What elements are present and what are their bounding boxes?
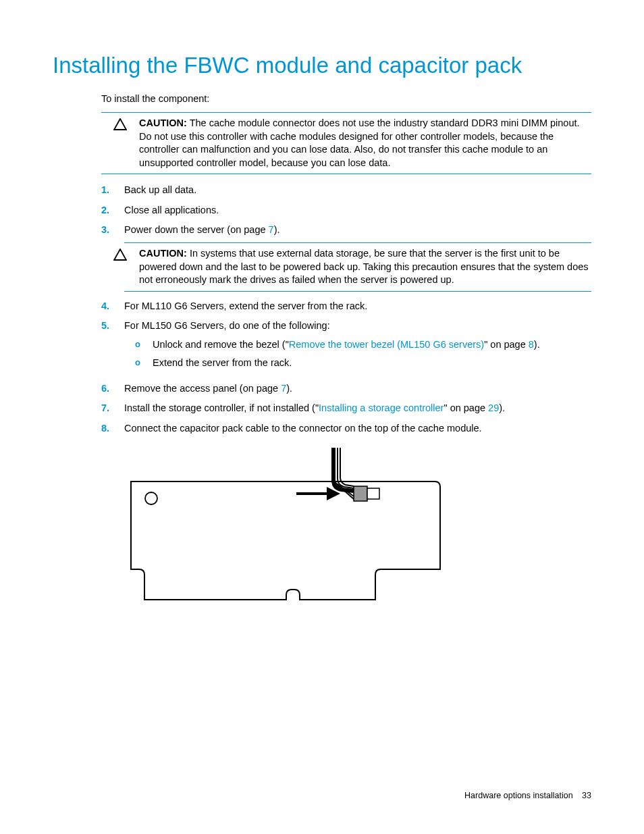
step-number: 5. <box>101 319 124 333</box>
step-number: 4. <box>101 300 124 313</box>
step-text: Connect the capacitor pack cable to the … <box>124 422 591 436</box>
text-fragment: on page <box>487 339 528 350</box>
page-link[interactable]: 29 <box>488 402 499 413</box>
sub-item-text: Extend the server from the rack. <box>153 357 292 370</box>
step-text: Install the storage controller, if not i… <box>124 402 591 415</box>
step-item: 4. For ML110 G6 Servers, extend the serv… <box>101 300 591 313</box>
intro-text: To install the component: <box>101 93 591 104</box>
caution-icon <box>113 249 127 263</box>
text-fragment: on page <box>448 402 488 413</box>
text-fragment: Remove the access panel (on page <box>124 383 281 394</box>
step-number: 2. <box>101 204 124 217</box>
step-item: 7. Install the storage controller, if no… <box>101 402 591 415</box>
step-text-fragment: Power down the server (on page <box>124 224 269 235</box>
page-footer: Hardware options installation 33 <box>464 791 591 800</box>
steps-list-2: 4. For ML110 G6 Servers, extend the serv… <box>101 300 591 436</box>
diagram-figure <box>124 448 591 626</box>
page-link[interactable]: 8 <box>529 339 534 350</box>
page-content: Installing the FBWC module and capacitor… <box>0 0 644 667</box>
step-item: 8. Connect the capacitor pack cable to t… <box>101 422 591 436</box>
svg-point-0 <box>145 492 157 504</box>
text-fragment: ). <box>286 383 292 394</box>
text-fragment: Install the storage controller, if not i… <box>124 402 315 413</box>
step-item: 5. For ML150 G6 Servers, do one of the f… <box>101 319 591 375</box>
caution-box-2: CAUTION: In systems that use external da… <box>124 242 591 292</box>
step-text: For ML150 G6 Servers, do one of the foll… <box>124 319 591 375</box>
text-fragment: ). <box>534 339 540 350</box>
caution-body: The cache module connector does not use … <box>139 118 580 168</box>
cross-ref-link[interactable]: Installing a storage controller <box>319 402 444 413</box>
caution-icon <box>113 118 127 133</box>
step-number: 8. <box>101 422 124 436</box>
sub-bullet: o <box>135 357 153 369</box>
step-item: 6. Remove the access panel (on page 7). <box>101 382 591 396</box>
step-number: 1. <box>101 184 124 197</box>
cache-module-diagram <box>124 448 448 623</box>
caution-body: In systems that use external data storag… <box>139 248 589 285</box>
caution-text: CAUTION: In systems that use external da… <box>139 247 591 287</box>
step-number: 7. <box>101 402 124 415</box>
step-item: 2. Close all applications. <box>101 204 591 217</box>
step-text: Power down the server (on page 7). <box>124 224 591 237</box>
step-item: 3. Power down the server (on page 7). <box>101 224 591 237</box>
step-item: 1. Back up all data. <box>101 184 591 197</box>
svg-rect-2 <box>367 488 379 499</box>
footer-section: Hardware options installation <box>464 791 573 800</box>
step-text: For ML110 G6 Servers, extend the server … <box>124 300 591 313</box>
caution-text: CAUTION: The cache module connector does… <box>139 117 591 170</box>
step-number: 6. <box>101 382 124 396</box>
sub-item: o Unlock and remove the bezel ("Remove t… <box>135 338 591 352</box>
page-title: Installing the FBWC module and capacitor… <box>53 53 591 78</box>
sub-bullet: o <box>135 338 153 350</box>
sub-item: o Extend the server from the rack. <box>135 357 591 370</box>
caution-box-1: CAUTION: The cache module connector does… <box>101 112 591 174</box>
page-link[interactable]: 7 <box>269 224 274 235</box>
text-fragment: ). <box>499 402 505 413</box>
cross-ref-link[interactable]: Remove the tower bezel (ML150 G6 servers… <box>289 339 484 350</box>
sub-item-text: Unlock and remove the bezel ("Remove the… <box>153 338 540 352</box>
step-number: 3. <box>101 224 124 237</box>
step-text: Close all applications. <box>124 204 591 217</box>
step-text: Remove the access panel (on page 7). <box>124 382 591 396</box>
text-fragment: Unlock and remove the bezel ( <box>153 339 286 350</box>
sub-list: o Unlock and remove the bezel ("Remove t… <box>124 338 591 370</box>
steps-list-1: 1. Back up all data. 2. Close all applic… <box>101 184 591 237</box>
svg-rect-1 <box>354 486 367 501</box>
step-text-fragment: For ML150 G6 Servers, do one of the foll… <box>124 320 330 331</box>
caution-label: CAUTION: <box>139 248 187 259</box>
footer-page-number: 33 <box>582 791 591 800</box>
caution-label: CAUTION: <box>139 118 187 128</box>
step-text-fragment: ). <box>274 224 280 235</box>
step-text: Back up all data. <box>124 184 591 197</box>
